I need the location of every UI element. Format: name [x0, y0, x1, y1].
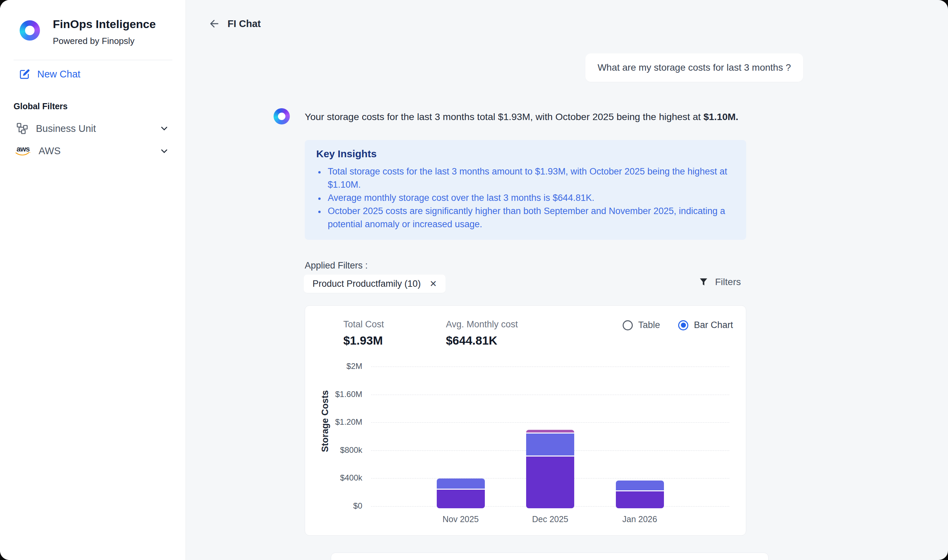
y-tick-label: $400k — [298, 473, 362, 483]
assistant-message-text: Your storage costs for the last 3 months… — [305, 111, 704, 122]
chart-card: Total Cost $1.93M Avg. Monthly cost $644… — [305, 305, 746, 535]
finops-logo-icon — [20, 20, 40, 41]
sidebar: FinOps Inteligence Powered by Finopsly N… — [0, 0, 186, 560]
sidebar-divider — [14, 60, 172, 60]
x-axis-label: Jan 2026 — [603, 514, 677, 524]
next-card-partial — [331, 552, 769, 560]
total-cost-metric: Total Cost $1.93M — [343, 319, 384, 347]
brand-subtitle: Powered by Finopsly — [53, 36, 134, 46]
new-chat-button[interactable]: New Chat — [19, 68, 80, 80]
applied-filter-chip[interactable]: Product Productfamily (10) ✕ — [304, 275, 446, 293]
remove-filter-icon[interactable]: ✕ — [430, 279, 437, 288]
brand-title: FinOps Inteligence — [53, 18, 156, 31]
y-tick-label: $2M — [298, 362, 362, 371]
x-axis-label: Nov 2025 — [423, 514, 498, 524]
bar-segment-middle-segment — [437, 478, 485, 489]
assistant-message: Your storage costs for the last 3 months… — [305, 111, 738, 122]
edit-pencil-icon — [19, 68, 31, 80]
key-insights-panel: Key Insights Total storage costs for the… — [305, 140, 746, 240]
y-tick-label: $1.20M — [298, 417, 362, 427]
aws-logo-icon: aws — [15, 146, 31, 156]
arrow-left-icon — [208, 18, 221, 30]
bar-chart-plot: $0$400k$800k$1.20M$1.60M$2MNov 2025Dec 2… — [371, 366, 729, 506]
avg-monthly-metric: Avg. Monthly cost $644.81K — [446, 319, 518, 347]
app-window: FinOps Inteligence Powered by Finopsly N… — [0, 0, 948, 560]
gridline — [371, 395, 729, 395]
key-insights-title: Key Insights — [316, 148, 735, 160]
y-tick-label: $1.60M — [298, 389, 362, 399]
avg-monthly-label: Avg. Monthly cost — [446, 319, 518, 330]
user-message-bubble: What are my storage costs for last 3 mon… — [585, 54, 803, 82]
sidebar-item-label: Business Unit — [36, 123, 96, 134]
key-insights-list: Total storage costs for the last 3 month… — [316, 165, 735, 231]
sidebar-item-business-unit[interactable]: Business Unit — [16, 122, 169, 135]
user-message-text: What are my storage costs for last 3 mon… — [598, 62, 791, 73]
insight-bullet: Average monthly storage cost over the la… — [325, 191, 735, 205]
bar-segment-middle-segment — [616, 480, 664, 490]
y-tick-label: $0 — [298, 501, 362, 511]
bar-dec-2025[interactable] — [526, 430, 574, 508]
view-option-table[interactable]: Table — [623, 320, 660, 331]
org-chart-icon — [16, 122, 28, 135]
bar-segment-middle-segment — [526, 434, 574, 455]
sidebar-item-label: AWS — [39, 145, 60, 157]
insight-bullet: October 2025 costs are significantly hig… — [325, 205, 735, 231]
chevron-down-icon[interactable] — [159, 123, 169, 134]
assistant-message-highlight: $1.10M. — [704, 111, 738, 122]
filters-button[interactable]: Filters — [698, 277, 741, 288]
bar-nov-2025[interactable] — [437, 478, 485, 508]
view-option-label: Bar Chart — [694, 320, 733, 331]
total-cost-label: Total Cost — [343, 319, 384, 330]
chart-view-toggle: Table Bar Chart — [623, 320, 733, 331]
bar-segment-bottom-segment — [526, 457, 574, 508]
new-chat-label: New Chat — [37, 69, 80, 80]
insight-bullet: Total storage costs for the last 3 month… — [325, 165, 735, 191]
gridline — [371, 422, 729, 423]
x-axis-label: Dec 2025 — [513, 514, 587, 524]
bar-segment-bottom-segment — [437, 490, 485, 508]
global-filters-heading: Global Filters — [14, 102, 68, 111]
avg-monthly-value: $644.81K — [446, 334, 518, 347]
radio-selected-icon[interactable] — [678, 320, 688, 331]
sidebar-item-aws[interactable]: aws AWS — [15, 145, 169, 157]
radio-unselected-icon[interactable] — [623, 320, 633, 331]
view-option-label: Table — [638, 320, 660, 331]
filter-chip-label: Product Productfamily (10) — [312, 278, 421, 289]
funnel-icon — [698, 277, 709, 288]
chevron-down-icon[interactable] — [159, 146, 169, 156]
bar-segment-top-segment — [526, 430, 574, 432]
page-title: FI Chat — [227, 18, 261, 29]
filters-button-label: Filters — [715, 277, 741, 288]
y-tick-label: $800k — [298, 445, 362, 455]
assistant-avatar — [273, 108, 290, 125]
bar-segment-bottom-segment — [616, 491, 664, 508]
total-cost-value: $1.93M — [343, 334, 384, 347]
bar-jan-2026[interactable] — [616, 480, 664, 508]
view-option-bar-chart[interactable]: Bar Chart — [678, 320, 733, 331]
gridline — [371, 366, 729, 367]
back-button[interactable] — [208, 18, 221, 30]
applied-filters-label: Applied Filters : — [305, 260, 368, 271]
